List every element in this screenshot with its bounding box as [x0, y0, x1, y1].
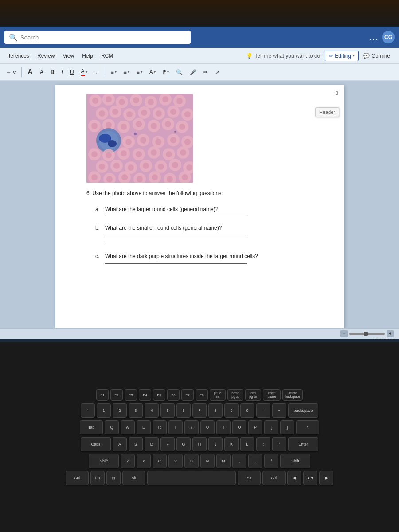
key-m[interactable]: M: [216, 454, 231, 468]
key-slash[interactable]: /: [264, 454, 278, 468]
menu-help[interactable]: Help: [78, 51, 97, 61]
key-d[interactable]: D: [145, 437, 159, 451]
key-p[interactable]: P: [248, 420, 262, 434]
key-l[interactable]: L: [240, 437, 254, 451]
key-arrow-updown[interactable]: ▲▼: [303, 471, 317, 485]
key-9[interactable]: 9: [224, 403, 239, 418]
key-w[interactable]: W: [121, 420, 135, 434]
key-n[interactable]: N: [200, 454, 215, 468]
tell-me-box[interactable]: 💡 Tell me what you want to do: [243, 51, 324, 61]
list-align[interactable]: ≡ ▾: [134, 67, 145, 77]
list-indent[interactable]: ≡ ▾: [121, 67, 132, 77]
key-shift-left[interactable]: Shift: [89, 454, 119, 468]
key-1[interactable]: 1: [97, 403, 111, 418]
key-bracket-right[interactable]: ]: [280, 420, 294, 434]
key-enter[interactable]: Enter: [288, 437, 318, 451]
more-toolbar[interactable]: ...: [92, 67, 102, 77]
key-z[interactable]: Z: [121, 454, 135, 468]
key-f8[interactable]: F8: [196, 389, 208, 401]
menu-review[interactable]: Review: [34, 51, 58, 61]
key-ctrl-left[interactable]: Ctrl: [66, 471, 89, 485]
menu-view[interactable]: View: [59, 51, 78, 61]
zoom-slider[interactable]: [349, 333, 385, 335]
key-minus[interactable]: -: [256, 403, 270, 418]
key-period[interactable]: .: [248, 454, 262, 468]
share-icon[interactable]: ↗: [212, 67, 222, 77]
search-box[interactable]: 🔍: [4, 31, 191, 44]
key-f6[interactable]: F6: [167, 389, 180, 401]
font-style-picker[interactable]: A ▾: [147, 67, 158, 77]
key-6[interactable]: 6: [176, 403, 191, 418]
editing-button[interactable]: ✏ Editing ▾: [325, 51, 359, 61]
key-semicolon[interactable]: ;: [256, 437, 270, 451]
key-f4[interactable]: F4: [139, 389, 151, 401]
menu-ferences[interactable]: ferences: [5, 51, 33, 61]
key-q[interactable]: Q: [105, 420, 119, 434]
key-2[interactable]: 2: [113, 403, 127, 418]
key-t[interactable]: T: [168, 420, 183, 434]
key-v[interactable]: V: [168, 454, 183, 468]
comment-button[interactable]: 💬 Comme: [360, 51, 394, 61]
key-u[interactable]: U: [200, 420, 215, 434]
key-h[interactable]: H: [192, 437, 207, 451]
key-r[interactable]: R: [153, 420, 167, 434]
underline-button[interactable]: U: [67, 67, 77, 77]
key-o[interactable]: O: [232, 420, 246, 434]
key-backslash[interactable]: \: [296, 420, 319, 434]
key-e[interactable]: E: [137, 420, 151, 434]
font-a-large[interactable]: A: [25, 66, 35, 78]
key-s[interactable]: S: [129, 437, 143, 451]
key-backtick[interactable]: `: [81, 403, 95, 418]
key-end[interactable]: endpg dn: [245, 389, 261, 401]
key-arrow-right[interactable]: ▶: [319, 471, 333, 485]
key-prtsc[interactable]: prt scins: [210, 389, 226, 401]
key-k[interactable]: K: [224, 437, 239, 451]
key-comma[interactable]: ,: [232, 454, 246, 468]
key-y[interactable]: Y: [184, 420, 199, 434]
key-equals[interactable]: =: [272, 403, 286, 418]
key-bracket-left[interactable]: [: [264, 420, 278, 434]
key-4[interactable]: 4: [145, 403, 159, 418]
key-g[interactable]: G: [176, 437, 191, 451]
key-7[interactable]: 7: [192, 403, 207, 418]
key-x[interactable]: X: [137, 454, 151, 468]
zoom-in-button[interactable]: +: [387, 330, 394, 337]
color-picker[interactable]: A ▾: [78, 66, 90, 78]
find-icon[interactable]: 🔍: [173, 67, 185, 77]
paragraph-spacing[interactable]: ⁋ ▾: [160, 67, 172, 77]
key-fn[interactable]: Fn: [90, 471, 105, 485]
list-style-1[interactable]: ≡ ▾: [108, 67, 119, 77]
key-insert[interactable]: insertpause: [263, 389, 281, 401]
key-0[interactable]: 0: [240, 403, 254, 418]
key-f[interactable]: F: [160, 437, 175, 451]
key-f1[interactable]: F1: [96, 389, 109, 401]
key-f5[interactable]: F5: [153, 389, 165, 401]
microphone-icon[interactable]: 🎤: [187, 67, 199, 77]
font-size-down[interactable]: ← v: [4, 67, 18, 77]
key-c[interactable]: C: [153, 454, 167, 468]
key-tab[interactable]: Tab: [80, 420, 103, 434]
key-f3[interactable]: F3: [125, 389, 137, 401]
font-a-small[interactable]: A: [37, 67, 46, 77]
more-options-icon[interactable]: ...: [369, 33, 379, 42]
key-space[interactable]: [147, 471, 236, 485]
italic-button[interactable]: I: [59, 67, 66, 77]
key-f7[interactable]: F7: [181, 389, 194, 401]
key-a[interactable]: A: [113, 437, 127, 451]
key-shift-right[interactable]: Shift: [280, 454, 310, 468]
key-arrow-left[interactable]: ◀: [287, 471, 301, 485]
key-quote[interactable]: ': [272, 437, 286, 451]
key-caps[interactable]: Caps: [81, 437, 111, 451]
key-b[interactable]: B: [184, 454, 199, 468]
search-input[interactable]: [20, 34, 186, 41]
key-f2[interactable]: F2: [110, 389, 123, 401]
key-8[interactable]: 8: [208, 403, 223, 418]
key-j[interactable]: J: [208, 437, 223, 451]
key-i[interactable]: I: [216, 420, 231, 434]
key-delete[interactable]: deletebackspace: [282, 389, 303, 401]
key-win[interactable]: ⊞: [106, 471, 121, 485]
key-ctrl-right[interactable]: Ctrl: [262, 471, 286, 485]
key-5[interactable]: 5: [160, 403, 175, 418]
add-comment-icon[interactable]: ✏: [201, 67, 211, 77]
menu-rcm[interactable]: RCM: [98, 51, 117, 61]
